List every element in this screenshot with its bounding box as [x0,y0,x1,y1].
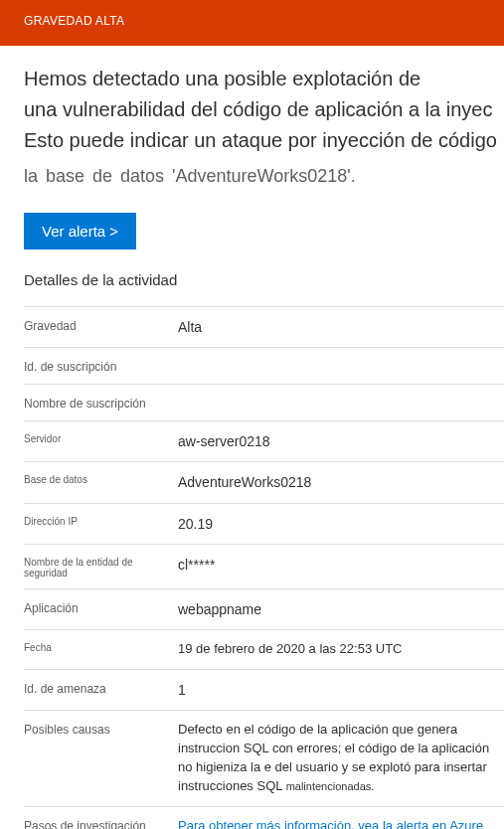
severity-label: GRAVEDAD ALTA [24,14,124,28]
row-entidad-seguridad: Nombre de la entidad de seguridad cl****… [24,544,504,588]
row-base-datos: Base de datos AdventureWorks0218 [24,461,504,502]
row-direccion-ip: Dirección IP 20.19 [24,503,504,544]
key-nombre-suscripcion: Nombre de suscripción [24,395,178,411]
row-fecha: Fecha 19 de febrero de 2020 a las 22:53 … [24,629,504,669]
val-id-suscripcion [178,358,504,374]
headline-line-3: Esto puede indicar un ataque por inyecci… [24,125,504,156]
val-posibles-causas: Defecto en el código de la aplicación qu… [178,721,504,795]
key-id-suscripcion: Id. de suscripción [24,358,178,374]
val-base-datos: AdventureWorks0218 [178,472,504,492]
key-posibles-causas: Posibles causas [24,721,178,795]
row-gravedad: Gravedad Alta [24,306,504,347]
val-servidor: aw-server0218 [178,431,504,451]
key-pasos-investigacion: Pasos de investigación [24,817,178,829]
row-pasos-investigacion: Pasos de investigación Para obtener más … [24,806,504,829]
val-gravedad: Alta [178,317,504,337]
key-aplicacion: Aplicación [24,599,178,619]
row-nombre-suscripcion: Nombre de suscripción [24,384,504,420]
val-aplicacion: webappname [178,599,504,619]
key-gravedad: Gravedad [24,317,178,337]
val-nombre-suscripcion [178,395,504,411]
key-servidor: Servidor [24,431,178,451]
key-id-amenaza: Id. de amenaza [24,680,178,700]
val-pasos-investigacion: Para obtener más información, vea la ale… [178,817,504,829]
key-entidad-seguridad: Nombre de la entidad de seguridad [24,555,178,579]
val-direccion-ip: 20.19 [178,514,504,534]
severity-banner: GRAVEDAD ALTA [0,0,504,46]
val-fecha: 19 de febrero de 2020 a las 22:53 UTC [178,640,504,659]
view-alert-button[interactable]: Ver alerta > [24,213,136,249]
alert-headline: Hemos detectado una posible explotación … [24,64,504,156]
alert-content: Hemos detectado una posible explotación … [0,46,504,829]
headline-line-1: Hemos detectado una posible explotación … [24,64,504,94]
val-id-amenaza: 1 [178,680,504,700]
row-aplicacion: Aplicación webappname [24,588,504,629]
activity-details-title: Detalles de la actividad [24,271,504,288]
headline-line-2: una vulnerabilidad del código de aplicac… [24,94,504,125]
key-fecha: Fecha [24,640,178,659]
key-base-datos: Base de datos [24,472,178,492]
key-direccion-ip: Dirección IP [24,514,178,534]
row-posibles-causas: Posibles causas Defecto en el código de … [24,710,504,805]
val-entidad-seguridad: cl***** [178,555,504,579]
row-id-amenaza: Id. de amenaza 1 [24,669,504,710]
row-id-suscripcion: Id. de suscripción [24,347,504,384]
investigacion-link-1[interactable]: Para obtener más información, vea la ale… [178,817,504,829]
details-table: Gravedad Alta Id. de suscripción Nombre … [24,306,504,829]
row-servidor: Servidor aw-server0218 [24,420,504,461]
causas-tail: malintencionadas. [286,780,375,792]
headline-sub: la base de datos 'AdventureWorks0218'. [24,162,504,191]
